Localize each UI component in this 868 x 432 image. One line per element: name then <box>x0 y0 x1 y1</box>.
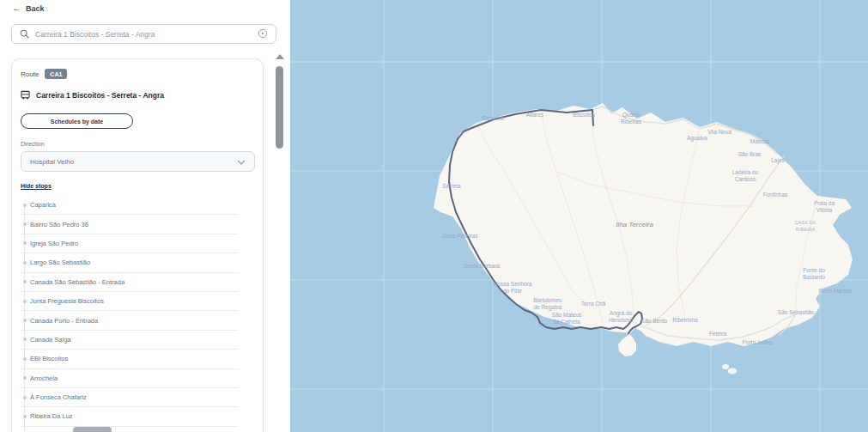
map-label: São Sebastião <box>778 309 815 315</box>
map-label: Feteira <box>709 331 727 337</box>
stop-name: Igreja São Pedro <box>30 240 78 247</box>
back-link[interactable]: ← Back <box>12 3 45 13</box>
map-label: São Bento <box>641 318 668 324</box>
map-label: Praia daVitória <box>814 200 835 213</box>
stop-item[interactable]: Canada Porto - Entrada <box>21 311 238 330</box>
map-label: Ribeirinha <box>672 317 698 323</box>
map-label: Ladeira doCardoso <box>732 169 759 182</box>
route-title: Carreira 1 Biscoitos - Serreta - Angra <box>36 91 164 100</box>
route-badge: CA1 <box>45 69 67 79</box>
map-label: Fontinhas <box>763 192 788 198</box>
search-input[interactable]: Carreira 1 Biscoitos - Serreta - Angra <box>11 24 276 44</box>
hide-stops-link[interactable]: Hide stops <box>21 183 52 189</box>
search-icon <box>20 27 29 42</box>
stop-item[interactable]: EBI Biscoitos <box>21 350 238 368</box>
stop-item[interactable]: À Fonseca Chafariz <box>21 388 238 407</box>
sidebar-scrollbar <box>275 52 285 432</box>
stop-name: Canada Salga <box>30 336 71 344</box>
stop-item[interactable]: Canada São Sebastião - Entrada <box>21 273 238 292</box>
map-label: Vila Nova <box>707 129 731 135</box>
map-label: Raminho <box>482 115 504 121</box>
stop-name: À Fonseca Chafariz <box>30 393 87 401</box>
route-title-row: Carreira 1 Biscoitos - Serreta - Angra <box>21 88 254 103</box>
map-label: Santa Bárbara <box>464 263 500 269</box>
bus-icon <box>21 88 30 103</box>
scroll-up-arrow[interactable] <box>276 54 284 59</box>
stop-name: Caparica <box>30 201 56 209</box>
stops-list: CaparicaBairro São Pedro 36Igreja São Pe… <box>21 196 238 432</box>
map-label: São Mateusda Calheta <box>552 312 582 325</box>
scrollbar-thumb[interactable] <box>276 66 283 149</box>
route-card: Route CA1 Carreira 1 Biscoitos - Serreta… <box>11 58 264 432</box>
map-label: Doze Ribeiras <box>443 233 479 239</box>
map-label: Máticas <box>750 138 770 144</box>
stop-name: Canada Porto - Entrada <box>30 317 98 325</box>
direction-value: Hospital Velho <box>30 158 237 166</box>
stop-name: Arrochela <box>30 374 58 382</box>
route-header: Route CA1 <box>21 69 254 79</box>
stop-name: Ribeira Da Luz <box>30 412 73 420</box>
stop-name: Junta Freguesia Biscoitos <box>30 297 104 305</box>
stop-item[interactable]: Bairro São Pedro 36 <box>21 215 238 234</box>
map-label: Altares <box>526 112 544 118</box>
search-value: Carreira 1 Biscoitos - Serreta - Angra <box>35 30 252 39</box>
locate-icon[interactable] <box>258 27 268 42</box>
map-label: Biscoitos <box>573 112 596 118</box>
stop-item[interactable]: Canada Salga <box>21 331 238 350</box>
sidebar: ← Back Carreira 1 Biscoitos - Serreta - … <box>0 0 290 432</box>
stop-name: Bairro São Pedro 36 <box>30 221 88 228</box>
stop-name: EBI Biscoitos <box>30 355 68 362</box>
map-label: Ilha Terceira <box>616 221 653 228</box>
map-label: QuatroRibeiras <box>621 112 642 125</box>
map-label: São Brás <box>738 151 762 157</box>
horizontal-scrollbar-thumb[interactable] <box>73 427 112 432</box>
map-label: Fonte doBastardo <box>803 267 825 280</box>
stop-item[interactable]: Ribeira Da Luz <box>21 407 238 426</box>
map-label: Porto Martins <box>819 288 853 294</box>
map-label: Bartolomeude Regatos <box>533 297 562 311</box>
map-label: Agualva <box>687 135 707 142</box>
chevron-down-icon <box>237 154 246 169</box>
map-label: Porto Judeu <box>742 339 772 345</box>
route-label: Route <box>21 70 39 78</box>
stop-name: Canada São Sebastião - Entrada <box>30 278 124 286</box>
map-label: Angra doHeroísmo <box>609 310 634 323</box>
back-label: Back <box>26 4 45 13</box>
back-arrow-icon: ← <box>12 3 21 13</box>
map-label: Lajes <box>771 157 785 164</box>
map-canvas[interactable]: Ilha TerceiraSerretaRaminhoAltaresBiscoi… <box>290 0 868 432</box>
stop-item[interactable]: Junta Freguesia Biscoitos <box>21 292 238 311</box>
map-label: Serreta <box>442 183 461 189</box>
stop-item[interactable]: Igreja São Pedro <box>21 234 238 253</box>
stop-item[interactable]: Caparica <box>21 196 238 215</box>
direction-label: Direction <box>21 141 254 147</box>
stop-item[interactable]: Arrochela <box>21 369 238 388</box>
stop-item[interactable]: Achadas 20 <box>21 427 238 432</box>
direction-select[interactable]: Hospital Velho <box>21 151 255 172</box>
schedules-by-date-button[interactable]: Schedules by date <box>21 113 133 129</box>
map-label: Terra Chã <box>581 301 606 307</box>
stop-item[interactable]: Largo São Sebastião <box>21 253 238 272</box>
stop-name: Largo São Sebastião <box>30 259 90 266</box>
